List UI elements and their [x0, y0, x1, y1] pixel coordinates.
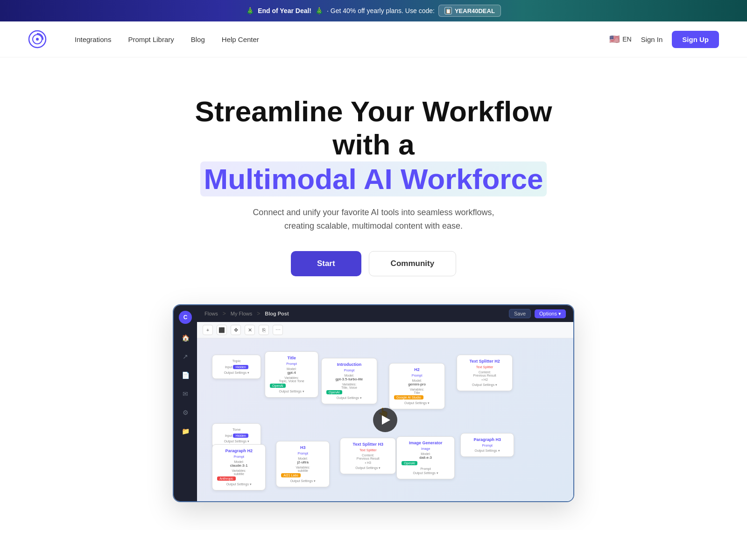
node-ts-h2-content: Previous Result	[462, 374, 507, 377]
start-button[interactable]: Start	[291, 251, 361, 276]
node-h2[interactable]: H2 Prompt Model: gemini-pro Variables: T…	[389, 363, 445, 409]
node-h2-badge: Google AI Studio	[394, 395, 440, 399]
app-main: Flows > My Flows > Blog Post Save Option…	[197, 305, 573, 501]
node-title[interactable]: Title Prompt Model: gpt-4 Variables: Top…	[265, 351, 318, 398]
node-ts-h2-h2: • H2	[462, 378, 507, 381]
toolbar-select-btn[interactable]: ✥	[231, 325, 241, 335]
breadcrumb-separator2: >	[257, 310, 260, 317]
breadcrumb-separator: >	[223, 310, 226, 317]
node-para-h2-badge: Anthropic	[217, 476, 261, 481]
node-ts-h3-content-label: Content:	[345, 454, 391, 457]
node-introduction[interactable]: Introduction Prompt Model: gpt-3.5-turbo…	[321, 358, 377, 404]
node-text-splitter-h2[interactable]: Text Splitter H2 Text Splitter Content: …	[457, 355, 513, 391]
node-h2-model: gemini-pro	[394, 382, 440, 386]
node-h2-vars-label: Variables:	[394, 388, 440, 391]
nav-prompt-library[interactable]: Prompt Library	[128, 35, 174, 43]
node-ts-h3-label: Text Splitter	[345, 448, 391, 452]
node-ts-h3-title: Text Splitter H3	[345, 442, 391, 447]
node-ts-h3-h3: • H3	[345, 461, 391, 464]
node-title-prompt: Prompt	[270, 362, 313, 365]
node-h3[interactable]: H3 Prompt Model: j2-ultra Variables: sub…	[276, 441, 330, 487]
node-title-model: gpt-4	[270, 371, 313, 375]
node-ts-h2-label: Text Splitter	[462, 365, 507, 369]
coupon-badge[interactable]: 📋 YEAR40DEAL	[438, 5, 501, 17]
node-paragraph-h3[interactable]: Paragraph H3 Prompt Output Settings ▾	[460, 433, 514, 457]
app-topbar-right: Save Options ▾	[509, 309, 566, 318]
hero-title-line1: Streamline Your Workflow with a	[195, 95, 552, 161]
hero-section: Streamline Your Workflow with a Multimod…	[0, 57, 747, 530]
node-intro-output: Output Settings ▾	[326, 396, 372, 400]
node-para-h2-output: Output Settings ▾	[217, 483, 261, 486]
nav-blog[interactable]: Blog	[191, 35, 205, 43]
breadcrumb-my-flows: My Flows	[231, 311, 252, 316]
toolbar-delete-btn[interactable]: ✕	[245, 325, 255, 335]
node-img-title: Image Generator	[402, 441, 450, 445]
hero-subtitle: Connect and unify your favorite AI tools…	[247, 206, 500, 233]
node-intro-title: Introduction	[326, 362, 372, 367]
nav-integrations[interactable]: Integrations	[75, 35, 111, 43]
app-topbar: Flows > My Flows > Blog Post Save Option…	[197, 305, 573, 322]
sidebar-share-icon[interactable]: ↗	[181, 352, 190, 361]
nav-help-center[interactable]: Help Center	[222, 35, 259, 43]
sidebar-logo-icon: C	[179, 311, 192, 324]
toolbar-stop-btn[interactable]: ⬛	[217, 325, 227, 335]
community-button[interactable]: Community	[369, 251, 457, 276]
language-label: EN	[622, 35, 631, 43]
node-topic[interactable]: Topic Input Hidden Output Settings ▾	[212, 355, 261, 379]
sidebar-settings-icon[interactable]: ⚙	[181, 408, 190, 417]
language-selector[interactable]: 🇺🇸 EN	[609, 34, 631, 44]
sidebar-home-icon[interactable]: 🏠	[181, 333, 190, 343]
node-tone-header: Tone	[217, 427, 256, 432]
toolbar-add-btn[interactable]: +	[203, 325, 213, 335]
hero-title-highlight: Multimodal AI Workforce	[200, 161, 547, 196]
sign-in-button[interactable]: Sign In	[641, 35, 663, 43]
node-h3-vars: subtitle	[281, 469, 324, 472]
node-h3-title: H3	[281, 445, 324, 450]
node-topic-output: Output Settings ▾	[217, 371, 256, 375]
play-button[interactable]	[373, 408, 397, 432]
node-text-splitter-h3[interactable]: Text Splitter H3 Text Splitter Content: …	[340, 438, 396, 474]
breadcrumb-flows: Flows	[204, 311, 218, 316]
node-h2-model-label: Model:	[394, 379, 440, 382]
hero-title: Streamline Your Workflow with a Multimod…	[173, 95, 574, 196]
node-para-h2-title: Paragraph H2	[217, 448, 261, 453]
coupon-code: YEAR40DEAL	[455, 7, 495, 14]
canvas-area: Topic Input Hidden Output Settings ▾ Ton…	[197, 338, 573, 501]
save-button[interactable]: Save	[509, 309, 531, 318]
node-ts-h3-output: Output Settings ▾	[345, 466, 391, 470]
node-h3-output: Output Settings ▾	[281, 479, 324, 483]
sidebar-folder-icon[interactable]: 📁	[181, 427, 190, 436]
sign-up-button[interactable]: Sign Up	[672, 31, 719, 48]
logo[interactable]	[28, 30, 47, 49]
node-title-title: Title	[270, 356, 313, 360]
options-button[interactable]: Options ▾	[535, 309, 566, 318]
banner-emoji-left: 🎄	[246, 7, 254, 14]
promo-banner: 🎄 End of Year Deal! 🎄 · Get 40% off year…	[0, 0, 747, 21]
coupon-icon: 📋	[444, 7, 452, 14]
node-tone[interactable]: Tone Input Hidden Output Settings ▾	[212, 423, 261, 448]
node-h3-model: j2-ultra	[281, 460, 324, 464]
app-sidebar: C 🏠 ↗ 📄 ✉ ⚙ 📁	[174, 305, 197, 501]
toolbar-copy-btn[interactable]: ⎘	[259, 325, 269, 335]
toolbar-more-btn[interactable]: ⋯	[273, 325, 283, 335]
node-h2-prompt: Prompt	[394, 374, 440, 377]
node-para-h2-vars: subtitle	[217, 472, 261, 476]
node-h2-vars: Title	[394, 391, 440, 394]
hero-buttons: Start Community	[19, 251, 728, 276]
sidebar-mail-icon[interactable]: ✉	[181, 389, 190, 399]
app-screenshot: C 🏠 ↗ 📄 ✉ ⚙ 📁 Flows > My Flows > Blog	[173, 304, 574, 502]
node-image-generator[interactable]: Image Generator Image Model: dall-e-3 Op…	[396, 436, 455, 479]
page-title: Blog Post	[265, 311, 289, 316]
node-img-badge: OpenAI	[402, 461, 450, 465]
sidebar-doc-icon[interactable]: 📄	[181, 371, 190, 380]
app-screenshot-inner: C 🏠 ↗ 📄 ✉ ⚙ 📁 Flows > My Flows > Blog	[174, 305, 573, 501]
node-img-output2: Output Settings ▾	[402, 471, 450, 475]
node-img-output: Prompt	[402, 467, 450, 470]
node-intro-model: gpt-3.5-turbo-lite	[326, 377, 372, 381]
node-para-h3-title: Paragraph H3	[465, 437, 509, 442]
node-h2-output: Output Settings ▾	[394, 401, 440, 405]
node-intro-vars-label: Variables:	[326, 383, 372, 386]
node-paragraph-h2[interactable]: Paragraph H2 Prompt Model: claude-3-1 Va…	[212, 444, 266, 490]
node-intro-prompt: Prompt	[326, 369, 372, 372]
node-img-model: dall-e-3	[402, 455, 450, 460]
